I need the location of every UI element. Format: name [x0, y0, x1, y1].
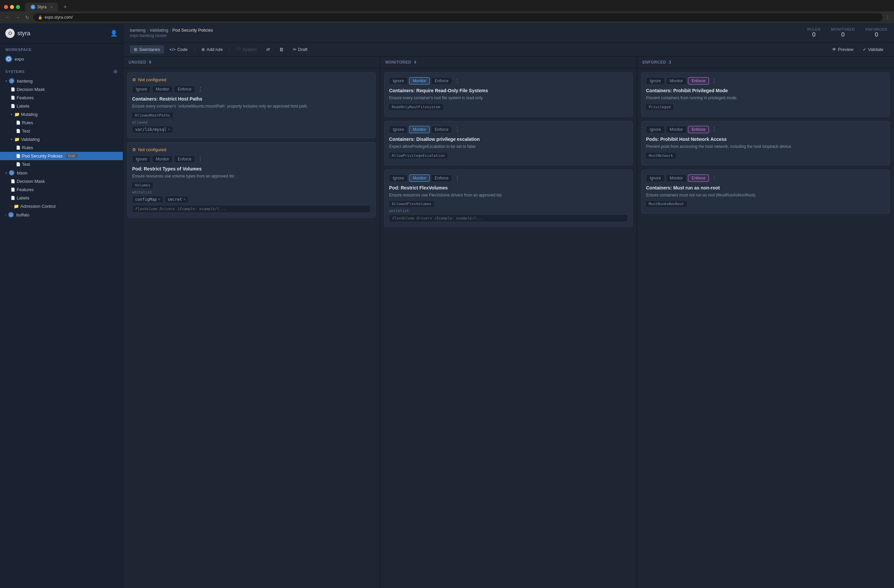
sidebar-item-features-banteng[interactable]: 📄 Features — [0, 94, 123, 102]
swimlanes-icon: ⊞ — [134, 47, 137, 52]
sidebar-item-pod-security-policies[interactable]: 📄 Pod Security Policies Draft — [0, 152, 123, 160]
system-button[interactable]: 🛡 System — [232, 45, 261, 54]
mode-monitor-button[interactable]: Monitor — [666, 174, 687, 182]
mode-enforce-button[interactable]: Enforce — [431, 126, 452, 133]
card-u2-tag-list: configMap × secret × — [132, 196, 371, 203]
tag-remove-button[interactable]: × — [168, 127, 170, 132]
browser-menu-button[interactable]: ⋮ — [885, 15, 890, 20]
sidebar-item-rules-validating[interactable]: 📄 Rules — [0, 144, 123, 152]
sidebar-item-bison[interactable]: ▾ ⬡ bison — [0, 168, 123, 177]
card-restrict-flexvolumes: Ignore Monitor Enforce ⋮ Pod: Restrict F… — [384, 169, 633, 227]
kebab-menu-button[interactable]: ⋮ — [453, 175, 461, 181]
close-button[interactable] — [4, 5, 8, 9]
mode-enforce-button[interactable]: Enforce — [688, 126, 709, 133]
mode-enforce-button[interactable]: Enforce — [174, 156, 195, 163]
sidebar-item-test-validating[interactable]: 📄 Test — [0, 160, 123, 168]
sidebar-item-labels-banteng[interactable]: 📄 Labels — [0, 102, 123, 110]
kebab-menu-button[interactable]: ⋮ — [710, 175, 718, 181]
mode-enforce-button[interactable]: Enforce — [431, 77, 452, 85]
add-rule-button[interactable]: ⊕ Add rule — [197, 45, 227, 54]
delete-button[interactable]: 🗑 — [275, 45, 288, 54]
kebab-menu-button[interactable]: ⋮ — [453, 78, 461, 84]
sidebar-item-features-bison[interactable]: 📄 Features — [0, 186, 123, 194]
sidebar-item-rules-mutating[interactable]: 📄 Rules — [0, 118, 123, 127]
sidebar-item-decision-mask-banteng[interactable]: 📄 Decision Mask — [0, 85, 123, 94]
nav-forward-button[interactable]: → — [14, 14, 21, 21]
sidebar-item-mutating[interactable]: ▾ 📁 Mutating — [0, 110, 123, 118]
kebab-menu-button[interactable]: ⋮ — [710, 126, 718, 133]
sidebar-item-labels-bison[interactable]: 📄 Labels — [0, 194, 123, 202]
workspace-item[interactable]: expo — [0, 54, 123, 64]
sidebar-item-label: Test — [22, 162, 30, 167]
kebab-menu-button[interactable]: ⋮ — [196, 86, 204, 92]
maximize-button[interactable] — [16, 5, 20, 9]
swimlanes-label: Swimlanes — [139, 47, 160, 52]
card-prohibit-privileged-mode: Ignore Monitor Enforce ⋮ Containers: Pro… — [641, 72, 890, 117]
mode-monitor-button[interactable]: Monitor — [409, 174, 430, 182]
breadcrumb-part-1[interactable]: banteng — [130, 28, 145, 33]
toolbar: ⊞ Swimlanes </> Code ⊕ Add rule 🛡 System… — [123, 42, 894, 57]
kebab-menu-button[interactable]: ⋮ — [196, 156, 204, 162]
mode-ignore-button[interactable]: Ignore — [389, 77, 408, 85]
mode-enforce-button[interactable]: Enforce — [431, 174, 452, 182]
mode-monitor-button[interactable]: Monitor — [409, 126, 430, 133]
nav-back-button[interactable]: ← — [4, 14, 11, 21]
new-tab-button[interactable]: + — [60, 4, 69, 11]
nav-reload-button[interactable]: ↻ — [24, 14, 31, 21]
mode-ignore-button[interactable]: Ignore — [132, 86, 151, 93]
app-container: ⬡ styra 👤 WORKSPACE expo SYSTEMS ⊕ ▾ ⬡ b… — [0, 23, 894, 588]
mode-ignore-button[interactable]: Ignore — [646, 174, 664, 182]
kebab-menu-button[interactable]: ⋮ — [453, 126, 461, 133]
validate-button[interactable]: ✓ Validate — [859, 45, 887, 54]
kebab-menu-button[interactable]: ⋮ — [710, 78, 718, 84]
breadcrumb-part-2[interactable]: Validating — [150, 28, 168, 33]
mode-ignore-button[interactable]: Ignore — [389, 174, 408, 182]
sidebar-item-banteng[interactable]: ▾ ⬡ banteng — [0, 77, 123, 85]
add-system-button[interactable]: ⊕ — [113, 68, 118, 75]
mode-monitor-button[interactable]: Monitor — [152, 86, 173, 93]
not-configured-label: Not configured — [138, 77, 166, 82]
mode-enforce-button[interactable]: Enforce — [688, 77, 709, 85]
card-u1-field-label: allowed — [132, 120, 371, 124]
flexvolume-input[interactable] — [389, 215, 628, 222]
tab-favicon: S — [31, 5, 35, 9]
tag-remove-button[interactable]: × — [183, 197, 186, 201]
swimlanes-button[interactable]: ⊞ Swimlanes — [130, 45, 164, 54]
mode-enforce-button[interactable]: Enforce — [174, 86, 195, 93]
user-icon[interactable]: 👤 — [110, 30, 118, 37]
doc-icon: 📄 — [16, 145, 21, 150]
sidebar-item-test-mutating[interactable]: 📄 Test — [0, 127, 123, 135]
mode-monitor-button[interactable]: Monitor — [666, 77, 687, 85]
breadcrumb-current: Pod Security Policies — [172, 28, 213, 33]
mode-ignore-button[interactable]: Ignore — [646, 126, 664, 133]
sidebar-item-label: Labels — [17, 104, 29, 109]
browser-tab[interactable]: S Styra × — [25, 3, 58, 11]
url-bar[interactable]: 🔒 expo.styra.com/ — [33, 13, 883, 21]
draft-button[interactable]: ✏ Draft — [289, 45, 311, 54]
draft-badge: Draft — [66, 154, 77, 158]
preview-button[interactable]: 👁 Preview — [828, 45, 858, 54]
mode-ignore-button[interactable]: Ignore — [646, 77, 664, 85]
mode-monitor-button[interactable]: Monitor — [409, 77, 430, 85]
mode-monitor-button[interactable]: Monitor — [152, 156, 173, 163]
mode-ignore-button[interactable]: Ignore — [132, 156, 151, 163]
code-button[interactable]: </> Code — [165, 45, 192, 54]
sidebar-item-validating[interactable]: ▾ 📁 Validating — [0, 135, 123, 144]
sidebar-item-buffalo[interactable]: › ⬡ buffalo — [0, 210, 123, 219]
sidebar-item-label: Pod Security Policies — [22, 154, 63, 159]
column-label-monitored: MONITORED — [385, 60, 411, 65]
sidebar-item-decision-mask-bison[interactable]: 📄 Decision Mask — [0, 177, 123, 186]
copy-button[interactable]: ⇄ — [262, 45, 274, 54]
mode-monitor-button[interactable]: Monitor — [666, 126, 687, 133]
mode-enforce-button[interactable]: Enforce — [688, 174, 709, 182]
workspace-icon — [5, 56, 12, 62]
mode-ignore-button[interactable]: Ignore — [389, 126, 408, 133]
whitelist-input[interactable] — [132, 205, 371, 213]
sidebar-item-label: Features — [17, 187, 33, 192]
warning-icon: ⚙ — [132, 147, 136, 152]
minimize-button[interactable] — [10, 5, 14, 9]
tag-remove-button[interactable]: × — [158, 197, 160, 201]
tab-close-icon[interactable]: × — [51, 5, 53, 9]
stat-rules-value: 0 — [808, 31, 820, 38]
sidebar-item-admission-control[interactable]: › 📁 Admission Control — [0, 202, 123, 210]
